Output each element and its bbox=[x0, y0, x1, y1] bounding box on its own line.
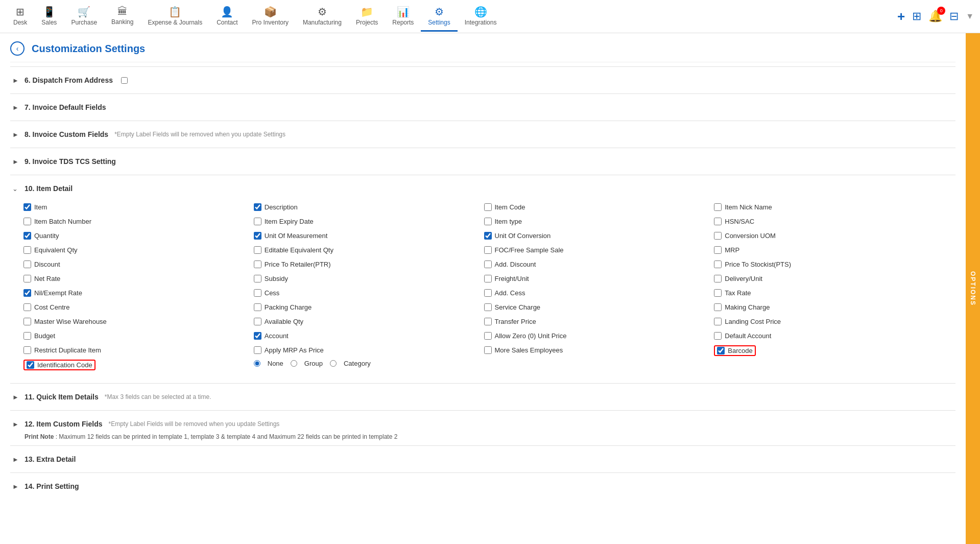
service-charge-label[interactable]: Service Charge bbox=[495, 303, 541, 311]
available-qty-label[interactable]: Available Qty bbox=[265, 318, 303, 325]
nav-manufacturing[interactable]: ⚙ Manufacturing bbox=[296, 2, 349, 32]
section-dispatch-header[interactable]: ► 6. Dispatch From Address bbox=[10, 72, 955, 88]
apply-mrp-checkbox[interactable] bbox=[254, 346, 261, 354]
section-dispatch-checkbox[interactable] bbox=[121, 77, 128, 84]
section-item-detail-header[interactable]: ⌄ 10. Item Detail bbox=[10, 180, 955, 197]
mrp-label[interactable]: MRP bbox=[725, 246, 739, 254]
net-rate-checkbox[interactable] bbox=[23, 275, 31, 282]
cost-centre-checkbox[interactable] bbox=[23, 303, 31, 311]
nav-settings[interactable]: ⚙ Settings bbox=[421, 2, 457, 32]
making-charge-label[interactable]: Making Charge bbox=[725, 303, 770, 311]
subsidy-label[interactable]: Subsidy bbox=[265, 275, 288, 282]
section-extra-detail-header[interactable]: ► 13. Extra Detail bbox=[10, 451, 955, 467]
unit-of-measurement-checkbox[interactable] bbox=[254, 232, 261, 240]
unit-of-measurement-label[interactable]: Unit Of Measurement bbox=[265, 232, 328, 240]
editable-equivalent-qty-checkbox[interactable] bbox=[254, 246, 261, 254]
freight-unit-checkbox[interactable] bbox=[484, 275, 492, 282]
nav-purchase[interactable]: 🛒 Purchase bbox=[64, 2, 104, 32]
nav-sales[interactable]: 📱 Sales bbox=[34, 2, 64, 32]
price-to-retailer-label[interactable]: Price To Retailer(PTR) bbox=[265, 261, 331, 268]
item-type-checkbox[interactable] bbox=[484, 218, 492, 225]
budget-label[interactable]: Budget bbox=[34, 332, 55, 340]
radio-none-label[interactable]: None bbox=[268, 360, 283, 367]
net-rate-label[interactable]: Net Rate bbox=[34, 275, 60, 282]
making-charge-checkbox[interactable] bbox=[714, 303, 722, 311]
packing-charge-label[interactable]: Packing Charge bbox=[265, 303, 312, 311]
item-batch-number-checkbox[interactable] bbox=[23, 218, 31, 225]
add-cess-checkbox[interactable] bbox=[484, 289, 492, 297]
add-cess-label[interactable]: Add. Cess bbox=[495, 289, 525, 297]
cost-centre-label[interactable]: Cost Centre bbox=[34, 303, 69, 311]
item-expiry-date-checkbox[interactable] bbox=[254, 218, 261, 225]
price-to-retailer-checkbox[interactable] bbox=[254, 261, 261, 268]
notification-button[interactable]: 🔔 0 bbox=[928, 10, 942, 23]
barcode-label[interactable]: Barcode bbox=[728, 347, 752, 354]
master-wise-warehouse-checkbox[interactable] bbox=[23, 318, 31, 325]
discount-checkbox[interactable] bbox=[23, 261, 31, 268]
equivalent-qty-label[interactable]: Equivalent Qty bbox=[34, 246, 78, 254]
mrp-checkbox[interactable] bbox=[714, 246, 722, 254]
more-sales-employees-label[interactable]: More Sales Employees bbox=[495, 346, 563, 354]
allow-zero-unit-price-label[interactable]: Allow Zero (0) Unit Price bbox=[495, 332, 567, 340]
nil-exempt-label[interactable]: Nil/Exempt Rate bbox=[34, 289, 82, 297]
identification-code-checkbox[interactable] bbox=[27, 361, 34, 369]
tax-rate-checkbox[interactable] bbox=[714, 289, 722, 297]
budget-checkbox[interactable] bbox=[23, 332, 31, 340]
item-nick-name-checkbox[interactable] bbox=[714, 203, 722, 211]
add-discount-checkbox[interactable] bbox=[484, 261, 492, 268]
transfer-price-checkbox[interactable] bbox=[484, 318, 492, 325]
transfer-price-label[interactable]: Transfer Price bbox=[495, 318, 536, 325]
cess-label[interactable]: Cess bbox=[265, 289, 280, 297]
unit-of-conversion-checkbox[interactable] bbox=[484, 232, 492, 240]
nav-projects[interactable]: 📁 Projects bbox=[349, 2, 385, 32]
conversion-uom-checkbox[interactable] bbox=[714, 232, 722, 240]
nav-desk[interactable]: ⊞ Desk bbox=[6, 2, 34, 32]
delivery-unit-label[interactable]: Delivery/Unit bbox=[725, 275, 762, 282]
foc-free-sample-label[interactable]: FOC/Free Sample Sale bbox=[495, 246, 564, 254]
packing-charge-checkbox[interactable] bbox=[254, 303, 261, 311]
description-label[interactable]: Description bbox=[265, 203, 298, 211]
price-to-stockist-checkbox[interactable] bbox=[714, 261, 722, 268]
radio-category[interactable] bbox=[330, 360, 337, 367]
section-quick-item-header[interactable]: ► 11. Quick Item Details *Max 3 fields c… bbox=[10, 389, 955, 405]
item-nick-name-label[interactable]: Item Nick Name bbox=[725, 203, 772, 211]
back-button[interactable]: ‹ bbox=[10, 41, 25, 56]
item-code-checkbox[interactable] bbox=[484, 203, 492, 211]
identification-code-label[interactable]: Identification Code bbox=[37, 361, 92, 369]
available-qty-checkbox[interactable] bbox=[254, 318, 261, 325]
unit-of-conversion-label[interactable]: Unit Of Conversion bbox=[495, 232, 551, 240]
tax-rate-label[interactable]: Tax Rate bbox=[725, 289, 751, 297]
account-label[interactable]: Account bbox=[265, 332, 289, 340]
landing-cost-price-checkbox[interactable] bbox=[714, 318, 722, 325]
subsidy-checkbox[interactable] bbox=[254, 275, 261, 282]
quantity-label[interactable]: Quantity bbox=[34, 232, 59, 240]
item-batch-number-label[interactable]: Item Batch Number bbox=[34, 218, 91, 225]
conversion-uom-label[interactable]: Conversion UOM bbox=[725, 232, 776, 240]
apply-mrp-label[interactable]: Apply MRP As Price bbox=[265, 346, 324, 354]
cess-checkbox[interactable] bbox=[254, 289, 261, 297]
barcode-checkbox[interactable] bbox=[717, 347, 725, 354]
radio-none[interactable] bbox=[254, 360, 260, 367]
section-item-custom-header[interactable]: ► 12. Item Custom Fields *Empty Label Fi… bbox=[10, 416, 955, 432]
item-checkbox[interactable] bbox=[23, 203, 31, 211]
radio-category-label[interactable]: Category bbox=[344, 360, 371, 367]
default-account-label[interactable]: Default Account bbox=[725, 332, 771, 340]
options-sidebar[interactable]: OPTIONS bbox=[966, 33, 980, 544]
hsn-sac-checkbox[interactable] bbox=[714, 218, 722, 225]
grid-view-button[interactable]: ⊞ bbox=[912, 10, 921, 23]
freight-unit-label[interactable]: Freight/Unit bbox=[495, 275, 529, 282]
delivery-unit-checkbox[interactable] bbox=[714, 275, 722, 282]
price-to-stockist-label[interactable]: Price To Stockist(PTS) bbox=[725, 261, 791, 268]
service-charge-checkbox[interactable] bbox=[484, 303, 492, 311]
dropdown-arrow[interactable]: ▼ bbox=[966, 12, 974, 21]
quantity-checkbox[interactable] bbox=[23, 232, 31, 240]
nav-banking[interactable]: 🏛 Banking bbox=[104, 2, 140, 31]
section-print-setting-header[interactable]: ► 14. Print Setting bbox=[10, 478, 955, 494]
item-label[interactable]: Item bbox=[34, 203, 47, 211]
description-checkbox[interactable] bbox=[254, 203, 261, 211]
more-sales-employees-checkbox[interactable] bbox=[484, 346, 492, 354]
radio-group-label[interactable]: Group bbox=[304, 360, 323, 367]
radio-group[interactable] bbox=[291, 360, 297, 367]
item-code-label[interactable]: Item Code bbox=[495, 203, 525, 211]
section-invoice-custom-header[interactable]: ► 8. Invoice Custom Fields *Empty Label … bbox=[10, 126, 955, 143]
